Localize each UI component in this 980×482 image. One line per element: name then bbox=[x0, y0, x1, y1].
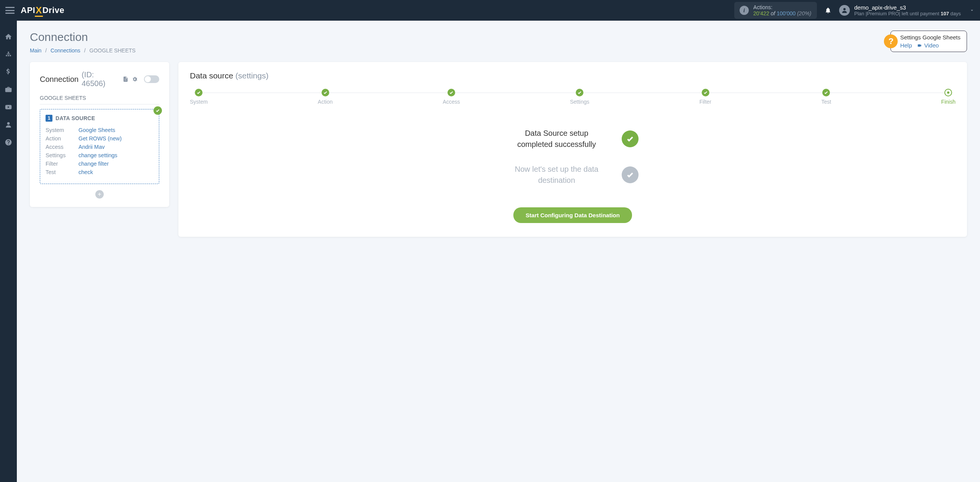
enable-toggle[interactable] bbox=[144, 75, 159, 83]
connection-panel: Connection (ID: 46506) GOOGLE SHEETS 1 D… bbox=[30, 62, 169, 207]
actions-pct: (20%) bbox=[795, 10, 811, 16]
briefcase-icon[interactable] bbox=[0, 85, 17, 94]
kv-key: Action bbox=[46, 135, 78, 142]
step-check-icon bbox=[822, 89, 830, 96]
kv-row: ActionGet ROWS (new) bbox=[46, 135, 154, 142]
step-label: Access bbox=[443, 99, 460, 105]
page-title: Connection bbox=[30, 31, 136, 44]
home-icon[interactable] bbox=[0, 32, 17, 41]
kv-key: Filter bbox=[46, 161, 78, 167]
logo[interactable]: API X Drive bbox=[21, 5, 64, 16]
step-check-icon bbox=[195, 89, 203, 96]
actions-text: Actions: 20'422 of 100'000 (20%) bbox=[753, 4, 812, 16]
ds-title: Data source bbox=[190, 71, 233, 80]
actions-of: of bbox=[769, 10, 776, 16]
sitemap-icon[interactable] bbox=[0, 50, 17, 59]
help-box-title: Settings Google Sheets bbox=[900, 34, 960, 41]
bell-icon[interactable] bbox=[825, 7, 831, 14]
connection-id: (ID: 46506) bbox=[82, 70, 119, 88]
kv-value-link[interactable]: change settings bbox=[78, 152, 118, 158]
kv-key: System bbox=[46, 127, 78, 133]
step-label: Action bbox=[318, 99, 333, 105]
breadcrumb-current: GOOGLE SHEETS bbox=[90, 47, 136, 54]
user-icon[interactable] bbox=[0, 120, 17, 129]
progress-steps: SystemActionAccessSettingsFilterTestFini… bbox=[190, 89, 956, 105]
step-label: Filter bbox=[699, 99, 711, 105]
kv-row: Settingschange settings bbox=[46, 152, 154, 158]
step-test[interactable]: Test bbox=[821, 89, 831, 105]
kv-row: SystemGoogle Sheets bbox=[46, 127, 154, 133]
start-destination-button[interactable]: Start Configuring Data Destination bbox=[513, 207, 632, 223]
user-plan: Plan |Premium PRO| left until payment 10… bbox=[854, 11, 961, 16]
kv-value-link[interactable]: Get ROWS (new) bbox=[78, 135, 122, 142]
step-check-icon bbox=[322, 89, 329, 96]
help-icon[interactable] bbox=[0, 138, 17, 147]
step-check-icon bbox=[702, 89, 709, 96]
step-label: Test bbox=[821, 99, 831, 105]
svg-point-0 bbox=[843, 8, 846, 10]
success-check-icon bbox=[622, 130, 639, 147]
check-icon bbox=[154, 106, 162, 115]
logo-text: API bbox=[21, 5, 35, 15]
data-source-label: DATA SOURCE bbox=[56, 115, 95, 121]
kv-value-link[interactable]: Google Sheets bbox=[78, 127, 115, 133]
user-menu[interactable]: demo_apix-drive_s3 Plan |Premium PRO| le… bbox=[839, 4, 975, 16]
breadcrumb-connections[interactable]: Connections bbox=[51, 47, 80, 54]
user-name: demo_apix-drive_s3 bbox=[854, 4, 961, 11]
step-dot-current bbox=[944, 89, 952, 96]
help-link[interactable]: Help bbox=[900, 42, 912, 49]
dollar-icon[interactable] bbox=[0, 67, 17, 77]
step-label: Settings bbox=[570, 99, 590, 105]
logo-x: X bbox=[36, 5, 42, 16]
kv-key: Settings bbox=[46, 152, 78, 158]
step-label: Finish bbox=[941, 99, 956, 105]
logo-text: Drive bbox=[42, 5, 65, 15]
kv-key: Access bbox=[46, 144, 78, 150]
kv-value-link[interactable]: change filter bbox=[78, 161, 109, 167]
breadcrumb: Main / Connections / GOOGLE SHEETS bbox=[30, 47, 136, 54]
kv-key: Test bbox=[46, 169, 78, 175]
actions-total: 100'000 bbox=[777, 10, 795, 16]
user-text: demo_apix-drive_s3 Plan |Premium PRO| le… bbox=[854, 4, 961, 16]
status-next: Now let's set up the data destination bbox=[507, 164, 606, 186]
connection-sub: GOOGLE SHEETS bbox=[40, 95, 159, 104]
video-label: Video bbox=[924, 42, 939, 49]
status-success: Data Source setup completed successfully bbox=[507, 128, 606, 150]
actions-count: 20'422 bbox=[753, 10, 769, 16]
question-icon[interactable]: ? bbox=[884, 34, 898, 48]
data-source-card[interactable]: 1 DATA SOURCE SystemGoogle SheetsActionG… bbox=[40, 109, 159, 184]
help-box: ? Settings Google Sheets Help Video bbox=[890, 31, 967, 52]
kv-value-link[interactable]: check bbox=[78, 169, 93, 175]
step-system[interactable]: System bbox=[190, 89, 208, 105]
youtube-icon[interactable] bbox=[0, 103, 17, 112]
top-bar: API X Drive i Actions: 20'422 of 100'000… bbox=[0, 0, 980, 21]
svg-point-1 bbox=[7, 122, 10, 125]
kv-row: AccessAndrii Mav bbox=[46, 144, 154, 150]
file-icon[interactable] bbox=[122, 76, 129, 82]
step-settings[interactable]: Settings bbox=[570, 89, 590, 105]
connection-title: Connection bbox=[40, 75, 78, 84]
actions-counter[interactable]: i Actions: 20'422 of 100'000 (20%) bbox=[734, 2, 817, 19]
video-link[interactable]: Video bbox=[916, 42, 939, 49]
step-check-icon bbox=[576, 89, 583, 96]
breadcrumb-main[interactable]: Main bbox=[30, 47, 41, 54]
step-finish[interactable]: Finish bbox=[941, 89, 956, 105]
step-access[interactable]: Access bbox=[443, 89, 460, 105]
kv-value-link[interactable]: Andrii Mav bbox=[78, 144, 105, 150]
ds-title-sub: (settings) bbox=[235, 71, 268, 80]
step-action[interactable]: Action bbox=[318, 89, 333, 105]
kv-row: Filterchange filter bbox=[46, 161, 154, 167]
info-icon: i bbox=[740, 6, 749, 15]
step-filter[interactable]: Filter bbox=[699, 89, 711, 105]
pending-check-icon bbox=[622, 166, 639, 183]
menu-icon[interactable] bbox=[5, 7, 15, 14]
step-label: System bbox=[190, 99, 208, 105]
gear-icon[interactable] bbox=[132, 76, 138, 82]
add-button[interactable]: + bbox=[95, 190, 104, 199]
sidebar bbox=[0, 21, 17, 482]
actions-label: Actions: bbox=[753, 4, 812, 10]
avatar-icon bbox=[839, 5, 850, 16]
chevron-down-icon bbox=[969, 8, 975, 13]
step-number: 1 bbox=[46, 115, 52, 122]
step-check-icon bbox=[448, 89, 455, 96]
